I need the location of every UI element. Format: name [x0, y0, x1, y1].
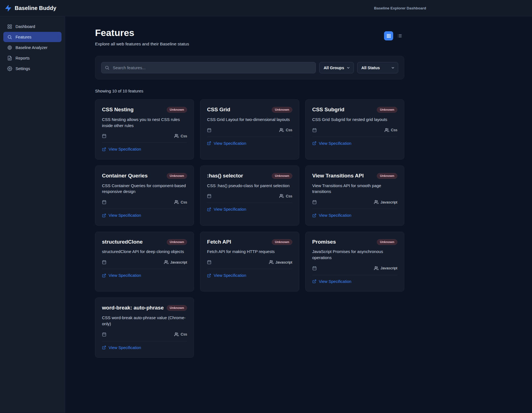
- sidebar-item-dashboard[interactable]: Dashboard: [3, 21, 62, 32]
- feature-card: Container Queries Unknown CSS Container …: [95, 166, 194, 226]
- dashboard-icon: [7, 24, 12, 29]
- feature-title: CSS Nesting: [102, 106, 134, 113]
- external-link-icon: [207, 273, 211, 278]
- feature-card: View Transitions API Unknown View Transi…: [305, 166, 404, 226]
- status-badge: Unknown: [377, 107, 397, 113]
- feature-group: Css: [279, 194, 292, 198]
- calendar-icon: [102, 332, 106, 337]
- search-input[interactable]: [101, 62, 316, 73]
- group-label: Css: [181, 332, 187, 336]
- view-specification-label: View Specification: [214, 207, 246, 211]
- view-specification-link[interactable]: View Specification: [312, 141, 351, 146]
- view-specification-link[interactable]: View Specification: [102, 273, 141, 278]
- view-specification-link[interactable]: View Specification: [207, 273, 246, 278]
- group-label: Css: [286, 128, 292, 132]
- external-link-icon: [102, 147, 106, 151]
- feature-description: JavaScript Promises for asynchronous ope…: [312, 249, 397, 261]
- feature-card: CSS Subgrid Unknown CSS Grid Subgrid for…: [305, 99, 404, 159]
- filter-bar: All Groups All Status: [95, 56, 404, 79]
- sidebar-item-label: Baseline Analyzer: [16, 45, 47, 50]
- feature-description: CSS Grid Layout for two-dimensional layo…: [207, 117, 292, 123]
- view-specification-link[interactable]: View Specification: [207, 207, 246, 211]
- feature-description: Fetch API for making HTTP requests: [207, 249, 292, 255]
- users-icon: [164, 260, 168, 264]
- feature-description: CSS Grid Subgrid for nested grid layouts: [312, 117, 397, 123]
- calendar-icon: [312, 200, 317, 204]
- users-icon: [174, 200, 179, 204]
- feature-group: Css: [279, 128, 292, 132]
- view-specification-label: View Specification: [319, 279, 351, 284]
- sidebar-item-features[interactable]: Features: [3, 32, 62, 42]
- header-right-label: Baseline Explorer Dashboard: [374, 6, 426, 10]
- view-specification-label: View Specification: [214, 141, 246, 146]
- view-specification-label: View Specification: [109, 345, 141, 350]
- users-icon: [374, 200, 378, 204]
- sidebar-item-label: Dashboard: [16, 24, 35, 29]
- view-specification-link[interactable]: View Specification: [102, 147, 141, 151]
- external-link-icon: [102, 345, 106, 350]
- app-header: Baseline Buddy Baseline Explorer Dashboa…: [0, 0, 532, 16]
- users-icon: [174, 134, 179, 138]
- groups-filter-dropdown[interactable]: All Groups: [319, 62, 354, 73]
- feature-description: CSS word-break auto-phrase value (Chrome…: [102, 315, 187, 327]
- feature-card: Fetch API Unknown Fetch API for making H…: [200, 232, 299, 292]
- status-badge: Unknown: [167, 107, 187, 113]
- feature-description: CSS Container Queries for component-base…: [102, 183, 187, 195]
- group-label: Css: [391, 128, 397, 132]
- list-view-button[interactable]: [395, 31, 404, 40]
- calendar-icon: [207, 194, 211, 198]
- external-link-icon: [102, 273, 106, 278]
- groups-filter-label: All Groups: [324, 66, 344, 70]
- users-icon: [385, 128, 389, 132]
- feature-group: Css: [174, 134, 187, 138]
- sidebar-item-label: Settings: [16, 66, 30, 71]
- group-label: Css: [181, 200, 187, 204]
- view-specification-link[interactable]: View Specification: [312, 279, 351, 284]
- chevron-down-icon: [346, 66, 350, 70]
- status-badge: Unknown: [272, 239, 292, 245]
- feature-card: CSS Grid Unknown CSS Grid Layout for two…: [200, 99, 299, 159]
- calendar-icon: [207, 260, 211, 264]
- group-label: Javascript: [170, 260, 187, 264]
- external-link-icon: [102, 213, 106, 218]
- chevron-down-icon: [391, 66, 395, 70]
- sidebar-item-settings[interactable]: Settings: [3, 63, 62, 74]
- calendar-icon: [312, 128, 317, 132]
- feature-title: View Transitions API: [312, 172, 364, 179]
- target-icon: [7, 45, 12, 50]
- users-icon: [269, 260, 273, 264]
- status-badge: Unknown: [377, 173, 397, 179]
- status-filter-label: All Status: [361, 66, 380, 70]
- status-filter-dropdown[interactable]: All Status: [357, 62, 398, 73]
- grid-view-icon: [386, 33, 391, 38]
- external-link-icon: [312, 141, 316, 145]
- status-badge: Unknown: [167, 173, 187, 179]
- feature-group: Javascript: [374, 200, 397, 204]
- users-icon: [174, 332, 179, 337]
- view-toggle-group: [384, 31, 404, 40]
- feature-title: Fetch API: [207, 239, 231, 245]
- feature-card: :has() selector Unknown CSS :has() pseud…: [200, 166, 299, 226]
- status-badge: Unknown: [272, 107, 292, 113]
- calendar-icon: [102, 134, 106, 138]
- page-title: Features: [95, 27, 189, 38]
- view-specification-link[interactable]: View Specification: [102, 213, 141, 218]
- lightning-bolt-logo-icon: [4, 4, 12, 12]
- feature-description: View Transitions API for smooth page tra…: [312, 183, 397, 195]
- sidebar-item-baseline-analyzer[interactable]: Baseline Analyzer: [3, 42, 62, 53]
- calendar-icon: [312, 266, 317, 270]
- sidebar-item-reports[interactable]: Reports: [3, 53, 62, 63]
- feature-group: Css: [174, 332, 187, 337]
- feature-description: CSS Nesting allows you to nest CSS rules…: [102, 117, 187, 129]
- view-specification-link[interactable]: View Specification: [102, 345, 141, 350]
- group-label: Javascript: [380, 266, 397, 270]
- grid-view-button[interactable]: [384, 31, 393, 40]
- calendar-icon: [207, 128, 211, 132]
- app-brand[interactable]: Baseline Buddy: [4, 4, 56, 12]
- feature-group: Javascript: [374, 266, 397, 270]
- view-specification-label: View Specification: [109, 147, 141, 151]
- view-specification-label: View Specification: [319, 141, 351, 146]
- view-specification-link[interactable]: View Specification: [207, 141, 246, 146]
- view-specification-link[interactable]: View Specification: [312, 213, 351, 218]
- external-link-icon: [207, 141, 211, 145]
